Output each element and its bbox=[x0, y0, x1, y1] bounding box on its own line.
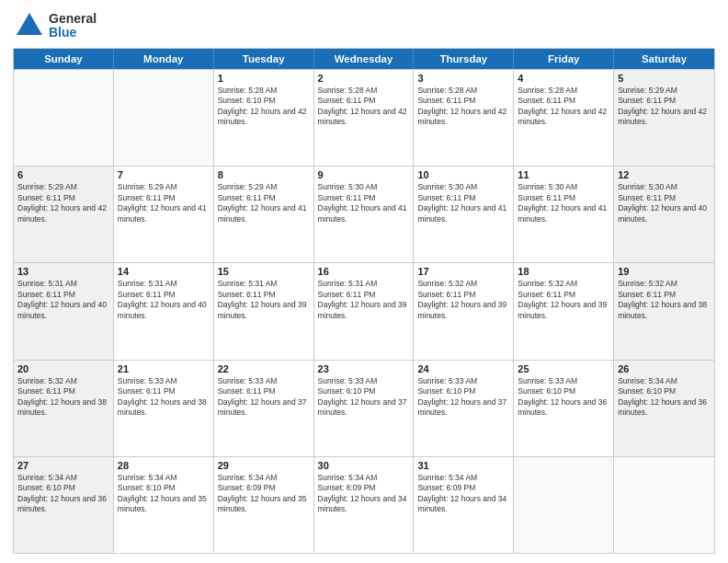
cell-info: Sunrise: 5:29 AM Sunset: 6:11 PM Dayligh… bbox=[618, 86, 711, 128]
logo-bird-icon bbox=[13, 9, 46, 42]
day-number: 8 bbox=[218, 169, 310, 180]
cell-info: Sunrise: 5:30 AM Sunset: 6:11 PM Dayligh… bbox=[618, 182, 711, 224]
day-cell-25: 25Sunrise: 5:33 AM Sunset: 6:10 PM Dayli… bbox=[514, 361, 614, 456]
day-number: 30 bbox=[318, 460, 410, 471]
day-cell-26: 26Sunrise: 5:34 AM Sunset: 6:10 PM Dayli… bbox=[614, 361, 714, 456]
header: GeneralBlue bbox=[13, 9, 715, 42]
day-cell-18: 18Sunrise: 5:32 AM Sunset: 6:11 PM Dayli… bbox=[514, 263, 614, 359]
day-number: 15 bbox=[218, 266, 310, 277]
cell-info: Sunrise: 5:33 AM Sunset: 6:10 PM Dayligh… bbox=[417, 376, 509, 419]
logo: GeneralBlue bbox=[13, 9, 97, 42]
header-cell-saturday: Saturday bbox=[614, 49, 714, 69]
day-number: 19 bbox=[618, 266, 711, 277]
day-cell-30: 30Sunrise: 5:34 AM Sunset: 6:09 PM Dayli… bbox=[314, 457, 415, 553]
header-cell-friday: Friday bbox=[514, 49, 614, 69]
cell-info: Sunrise: 5:30 AM Sunset: 6:11 PM Dayligh… bbox=[518, 182, 609, 224]
day-cell-31: 31Sunrise: 5:34 AM Sunset: 6:09 PM Dayli… bbox=[414, 457, 514, 553]
day-number: 29 bbox=[218, 460, 310, 471]
cell-info: Sunrise: 5:34 AM Sunset: 6:10 PM Dayligh… bbox=[618, 376, 711, 419]
week-row-4: 20Sunrise: 5:32 AM Sunset: 6:11 PM Dayli… bbox=[14, 360, 714, 456]
cell-info: Sunrise: 5:33 AM Sunset: 6:10 PM Dayligh… bbox=[518, 376, 609, 419]
page: GeneralBlue SundayMondayTuesdayWednesday… bbox=[0, 0, 728, 563]
cell-info: Sunrise: 5:28 AM Sunset: 6:11 PM Dayligh… bbox=[318, 86, 410, 128]
cell-info: Sunrise: 5:33 AM Sunset: 6:10 PM Dayligh… bbox=[318, 376, 410, 419]
cell-info: Sunrise: 5:32 AM Sunset: 6:11 PM Dayligh… bbox=[17, 376, 109, 419]
day-number: 20 bbox=[17, 363, 109, 374]
day-cell-6: 6Sunrise: 5:29 AM Sunset: 6:11 PM Daylig… bbox=[14, 167, 114, 262]
day-number: 31 bbox=[417, 460, 509, 471]
cell-info: Sunrise: 5:33 AM Sunset: 6:11 PM Dayligh… bbox=[118, 376, 210, 419]
day-cell-20: 20Sunrise: 5:32 AM Sunset: 6:11 PM Dayli… bbox=[14, 361, 114, 456]
empty-cell bbox=[514, 457, 614, 553]
day-cell-19: 19Sunrise: 5:32 AM Sunset: 6:11 PM Dayli… bbox=[614, 263, 714, 359]
day-number: 17 bbox=[417, 266, 509, 277]
day-cell-5: 5Sunrise: 5:29 AM Sunset: 6:11 PM Daylig… bbox=[614, 70, 714, 166]
day-number: 9 bbox=[318, 169, 410, 180]
cell-info: Sunrise: 5:34 AM Sunset: 6:09 PM Dayligh… bbox=[218, 473, 310, 515]
day-cell-10: 10Sunrise: 5:30 AM Sunset: 6:11 PM Dayli… bbox=[414, 167, 514, 262]
day-cell-16: 16Sunrise: 5:31 AM Sunset: 6:11 PM Dayli… bbox=[314, 263, 415, 359]
day-number: 7 bbox=[118, 169, 210, 180]
day-cell-14: 14Sunrise: 5:31 AM Sunset: 6:11 PM Dayli… bbox=[114, 263, 214, 359]
cell-info: Sunrise: 5:34 AM Sunset: 6:09 PM Dayligh… bbox=[417, 473, 509, 515]
day-cell-11: 11Sunrise: 5:30 AM Sunset: 6:11 PM Dayli… bbox=[514, 167, 614, 262]
cell-info: Sunrise: 5:33 AM Sunset: 6:11 PM Dayligh… bbox=[218, 376, 310, 419]
day-number: 16 bbox=[318, 266, 410, 277]
day-number: 14 bbox=[118, 266, 210, 277]
day-cell-1: 1Sunrise: 5:28 AM Sunset: 6:10 PM Daylig… bbox=[214, 70, 314, 166]
cell-info: Sunrise: 5:28 AM Sunset: 6:10 PM Dayligh… bbox=[218, 86, 310, 128]
day-cell-7: 7Sunrise: 5:29 AM Sunset: 6:11 PM Daylig… bbox=[114, 167, 214, 262]
day-cell-12: 12Sunrise: 5:30 AM Sunset: 6:11 PM Dayli… bbox=[614, 167, 714, 262]
week-row-2: 6Sunrise: 5:29 AM Sunset: 6:11 PM Daylig… bbox=[14, 166, 714, 262]
day-cell-17: 17Sunrise: 5:32 AM Sunset: 6:11 PM Dayli… bbox=[414, 263, 514, 359]
cell-info: Sunrise: 5:30 AM Sunset: 6:11 PM Dayligh… bbox=[318, 182, 410, 224]
cell-info: Sunrise: 5:30 AM Sunset: 6:11 PM Dayligh… bbox=[417, 182, 509, 224]
cell-info: Sunrise: 5:28 AM Sunset: 6:11 PM Dayligh… bbox=[417, 86, 509, 128]
day-cell-2: 2Sunrise: 5:28 AM Sunset: 6:11 PM Daylig… bbox=[314, 70, 415, 166]
empty-cell bbox=[614, 457, 714, 553]
day-cell-13: 13Sunrise: 5:31 AM Sunset: 6:11 PM Dayli… bbox=[14, 263, 114, 359]
cell-info: Sunrise: 5:34 AM Sunset: 6:10 PM Dayligh… bbox=[118, 473, 210, 515]
day-cell-23: 23Sunrise: 5:33 AM Sunset: 6:10 PM Dayli… bbox=[314, 361, 415, 456]
day-cell-3: 3Sunrise: 5:28 AM Sunset: 6:11 PM Daylig… bbox=[414, 70, 514, 166]
week-row-3: 13Sunrise: 5:31 AM Sunset: 6:11 PM Dayli… bbox=[14, 262, 714, 359]
cell-info: Sunrise: 5:34 AM Sunset: 6:09 PM Dayligh… bbox=[318, 473, 410, 515]
day-number: 5 bbox=[618, 73, 711, 84]
empty-cell bbox=[14, 70, 114, 166]
cell-info: Sunrise: 5:32 AM Sunset: 6:11 PM Dayligh… bbox=[417, 279, 509, 321]
svg-marker-0 bbox=[17, 13, 42, 35]
day-number: 11 bbox=[518, 169, 609, 180]
day-number: 28 bbox=[118, 460, 210, 471]
header-cell-thursday: Thursday bbox=[414, 49, 514, 69]
day-cell-15: 15Sunrise: 5:31 AM Sunset: 6:11 PM Dayli… bbox=[214, 263, 314, 359]
day-number: 3 bbox=[417, 73, 509, 84]
empty-cell bbox=[114, 70, 214, 166]
cell-info: Sunrise: 5:31 AM Sunset: 6:11 PM Dayligh… bbox=[17, 279, 109, 321]
cell-info: Sunrise: 5:28 AM Sunset: 6:11 PM Dayligh… bbox=[518, 86, 609, 128]
cell-info: Sunrise: 5:34 AM Sunset: 6:10 PM Dayligh… bbox=[17, 473, 109, 515]
calendar: SundayMondayTuesdayWednesdayThursdayFrid… bbox=[13, 48, 715, 554]
day-number: 4 bbox=[518, 73, 609, 84]
day-cell-27: 27Sunrise: 5:34 AM Sunset: 6:10 PM Dayli… bbox=[14, 457, 114, 553]
day-cell-28: 28Sunrise: 5:34 AM Sunset: 6:10 PM Dayli… bbox=[114, 457, 214, 553]
day-number: 12 bbox=[618, 169, 711, 180]
day-number: 22 bbox=[218, 363, 310, 374]
day-cell-22: 22Sunrise: 5:33 AM Sunset: 6:11 PM Dayli… bbox=[214, 361, 314, 456]
day-number: 6 bbox=[17, 169, 109, 180]
calendar-body: 1Sunrise: 5:28 AM Sunset: 6:10 PM Daylig… bbox=[14, 69, 714, 553]
day-number: 27 bbox=[17, 460, 109, 471]
day-number: 1 bbox=[218, 73, 310, 84]
header-cell-monday: Monday bbox=[114, 49, 214, 69]
cell-info: Sunrise: 5:31 AM Sunset: 6:11 PM Dayligh… bbox=[218, 279, 310, 321]
header-cell-wednesday: Wednesday bbox=[314, 49, 415, 69]
day-number: 13 bbox=[17, 266, 109, 277]
day-cell-29: 29Sunrise: 5:34 AM Sunset: 6:09 PM Dayli… bbox=[214, 457, 314, 553]
week-row-1: 1Sunrise: 5:28 AM Sunset: 6:10 PM Daylig… bbox=[14, 69, 714, 166]
day-number: 24 bbox=[417, 363, 509, 374]
calendar-header: SundayMondayTuesdayWednesdayThursdayFrid… bbox=[14, 49, 714, 69]
cell-info: Sunrise: 5:31 AM Sunset: 6:11 PM Dayligh… bbox=[118, 279, 210, 321]
day-cell-24: 24Sunrise: 5:33 AM Sunset: 6:10 PM Dayli… bbox=[414, 361, 514, 456]
day-number: 26 bbox=[618, 363, 711, 374]
day-cell-8: 8Sunrise: 5:29 AM Sunset: 6:11 PM Daylig… bbox=[214, 167, 314, 262]
cell-info: Sunrise: 5:29 AM Sunset: 6:11 PM Dayligh… bbox=[118, 182, 210, 224]
